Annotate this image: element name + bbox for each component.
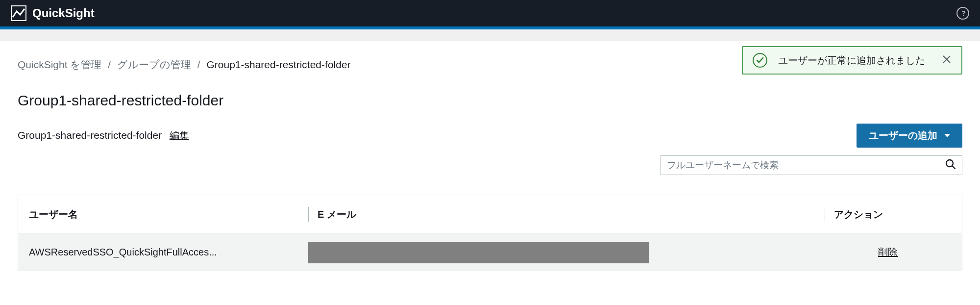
table-header: ユーザー名 E メール アクション bbox=[18, 195, 962, 233]
breadcrumb-item-manage-quicksight[interactable]: QuickSight を管理 bbox=[18, 59, 101, 70]
cell-username: AWSReservedSSO_QuickSightFullAcces... bbox=[29, 247, 308, 258]
app-header: QuickSight ? bbox=[0, 0, 980, 26]
delete-link[interactable]: 削除 bbox=[878, 247, 898, 257]
page-content: ユーザーが正常に追加されました QuickSight を管理 / グループの管理… bbox=[0, 41, 980, 271]
search-icon[interactable] bbox=[945, 159, 956, 172]
chevron-down-icon bbox=[944, 134, 950, 137]
brand[interactable]: QuickSight bbox=[11, 5, 95, 21]
breadcrumb-separator: / bbox=[108, 59, 111, 70]
table-row: AWSReservedSSO_QuickSightFullAcces... 削除 bbox=[18, 233, 962, 271]
group-description: Group1-shared-restricted-folder bbox=[18, 129, 162, 141]
breadcrumb-item-current: Group1-shared-restricted-folder bbox=[206, 59, 350, 70]
sub-header-bar bbox=[0, 29, 980, 41]
redacted-email bbox=[308, 242, 649, 263]
search-box[interactable] bbox=[661, 155, 962, 175]
success-toast: ユーザーが正常に追加されました bbox=[742, 46, 962, 75]
column-header-action: アクション bbox=[825, 207, 951, 222]
column-header-email: E メール bbox=[308, 207, 825, 222]
close-icon[interactable] bbox=[942, 54, 952, 67]
svg-text:?: ? bbox=[961, 9, 966, 17]
brand-name: QuickSight bbox=[32, 6, 95, 20]
breadcrumb-item-manage-groups[interactable]: グループの管理 bbox=[117, 59, 191, 70]
search-input[interactable] bbox=[667, 160, 945, 171]
column-header-username: ユーザー名 bbox=[29, 208, 308, 221]
breadcrumb-separator: / bbox=[197, 59, 200, 70]
cell-email bbox=[308, 242, 825, 263]
check-circle-icon bbox=[753, 53, 767, 68]
cell-action: 削除 bbox=[825, 246, 951, 259]
svg-line-4 bbox=[953, 166, 956, 169]
page-title: Group1-shared-restricted-folder bbox=[18, 92, 223, 109]
quicksight-logo-icon bbox=[11, 5, 26, 21]
help-icon[interactable]: ? bbox=[956, 7, 969, 20]
edit-link[interactable]: 編集 bbox=[170, 129, 189, 142]
add-user-button[interactable]: ユーザーの追加 bbox=[857, 124, 962, 148]
toast-message: ユーザーが正常に追加されました bbox=[778, 54, 925, 67]
users-table: ユーザー名 E メール アクション AWSReservedSSO_QuickSi… bbox=[18, 195, 962, 271]
add-user-label: ユーザーの追加 bbox=[869, 129, 937, 142]
